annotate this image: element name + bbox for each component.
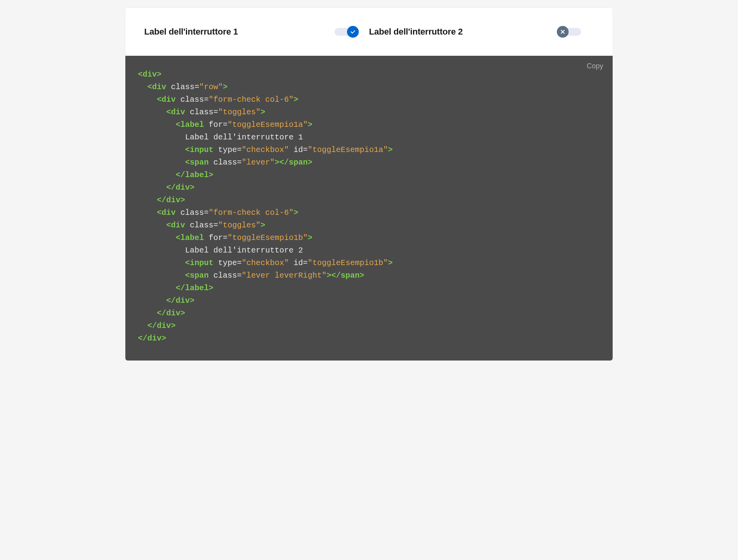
copy-button[interactable]: Copy: [587, 62, 603, 70]
toggle-switch-2[interactable]: [559, 28, 581, 36]
code-token: "toggleEsempio1b": [228, 233, 308, 242]
code-token: >: [294, 95, 298, 104]
demo-panel: Label dell'interruttore 1 Label dell'int…: [125, 8, 613, 56]
code-token: "row": [199, 82, 223, 92]
code-token: </div>: [166, 183, 195, 192]
code-token: </div>: [138, 334, 166, 343]
code-token: class=: [176, 208, 209, 217]
code-token: >: [223, 82, 228, 92]
code-token: <div: [157, 208, 176, 217]
code-token: for=: [204, 120, 228, 129]
code-token: "toggleEsempio1a": [228, 120, 308, 129]
code-token: >: [294, 208, 298, 217]
code-token: <label: [176, 120, 204, 129]
code-token: class=: [185, 108, 218, 117]
code-token: <span: [185, 158, 209, 167]
code-token: for=: [204, 233, 228, 242]
code-token: <label: [176, 233, 204, 242]
code-token: >: [388, 258, 393, 267]
code-token: class=: [209, 158, 242, 167]
code-token: id=: [289, 258, 308, 267]
code-token: </label>: [176, 284, 213, 293]
code-token: class=: [166, 82, 199, 92]
toggle-group-2: Label dell'interruttore 2: [369, 27, 594, 37]
toggle-1-label: Label dell'interruttore 1: [144, 27, 238, 37]
code-token: type=: [213, 145, 242, 154]
code-token: </div>: [147, 321, 176, 330]
code-token: "lever leverRight": [242, 271, 327, 280]
code-token: class=: [185, 221, 218, 230]
code-token: "toggles": [218, 108, 261, 117]
code-token: >: [261, 221, 265, 230]
code-token: class=: [176, 95, 209, 104]
code-token: <div: [157, 95, 176, 104]
code-token: "checkbox": [242, 258, 289, 267]
code-token: </div>: [166, 296, 195, 305]
toggle-2-label: Label dell'interruttore 2: [369, 27, 463, 37]
code-token: ></span>: [275, 158, 312, 167]
code-token: "toggleEsempio1a": [308, 145, 388, 154]
code-token: Label dell'interruttore 1: [185, 133, 303, 142]
code-token: <div: [147, 82, 166, 92]
close-icon: [557, 26, 569, 38]
code-token: "form-check col-6": [209, 208, 294, 217]
code-token: "checkbox": [242, 145, 289, 154]
toggle-switch-1[interactable]: [334, 28, 356, 36]
code-token: id=: [289, 145, 308, 154]
code-token: "lever": [242, 158, 275, 167]
code-token: ></span>: [327, 271, 364, 280]
code-token: >: [308, 120, 312, 129]
code-token: </div>: [157, 196, 185, 205]
code-token: type=: [213, 258, 242, 267]
toggle-group-1: Label dell'interruttore 1: [144, 27, 369, 37]
code-token: >: [308, 233, 312, 242]
code-token: <input: [185, 145, 213, 154]
code-token: </label>: [176, 170, 213, 179]
code-token: >: [261, 108, 265, 117]
code-block: <div> <div class="row"> <div class="form…: [138, 68, 600, 345]
code-token: <div: [166, 221, 185, 230]
code-token: class=: [209, 271, 242, 280]
code-panel: Copy <div> <div class="row"> <div class=…: [125, 56, 613, 361]
code-token: "toggles": [218, 221, 261, 230]
code-token: <input: [185, 258, 213, 267]
example-container: Label dell'interruttore 1 Label dell'int…: [125, 8, 613, 361]
code-token: "toggleEsempio1b": [308, 258, 388, 267]
code-token: <span: [185, 271, 209, 280]
code-token: Label dell'interruttore 2: [185, 246, 303, 255]
code-token: "form-check col-6": [209, 95, 294, 104]
demo-row: Label dell'interruttore 1 Label dell'int…: [144, 27, 594, 37]
code-token: <div>: [138, 70, 162, 79]
check-icon: [347, 26, 359, 38]
code-token: <div: [166, 108, 185, 117]
code-token: >: [388, 145, 393, 154]
code-token: </div>: [157, 309, 185, 318]
